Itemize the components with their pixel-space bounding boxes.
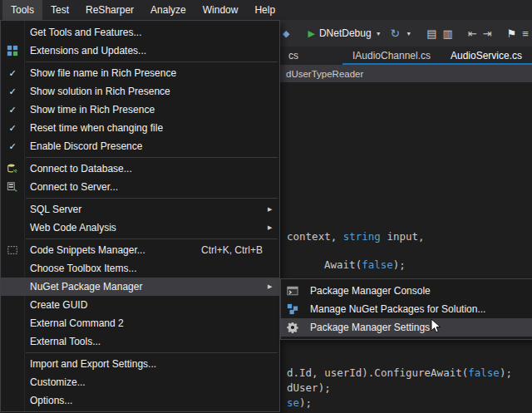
menu-separator (26, 157, 278, 158)
outdent-icon[interactable]: ⇤ (468, 28, 477, 39)
comment-lines-icon[interactable]: ≡ (522, 28, 529, 39)
menu-item-get-tools-and-features[interactable]: Get Tools and Features... (1, 23, 279, 42)
menu-item-enable-discord-presence[interactable]: ✓Enable Discord Presence (1, 137, 279, 155)
check-icon: ✓ (8, 86, 16, 97)
menu-item-label: Create GUID (24, 299, 268, 311)
code-segment: input, (381, 230, 425, 243)
menubar-item-tools[interactable]: Tools (2, 0, 42, 20)
chevron-down-icon: ▼ (376, 31, 382, 37)
menu-item-label: SQL Server (24, 204, 268, 215)
menu-item-package-manager-settings[interactable]: Package Manager Settings (281, 318, 532, 337)
menu-item-label: Package Manager Settings (304, 322, 532, 333)
menu-item-manage-nuget-packages-for-solution[interactable]: Manage NuGet Packages for Solution... (281, 300, 532, 318)
tab-audioservice-cs[interactable]: AudioService.cs (441, 47, 532, 65)
db-connect-icon (7, 163, 18, 175)
indent-icon[interactable]: ⇥ (483, 28, 492, 39)
menubar-item-window[interactable]: Window (195, 0, 247, 20)
menu-item-label: Package Manager Console (304, 285, 532, 297)
refresh-icon[interactable]: ↻ (391, 27, 401, 39)
submenu-arrow-icon: ▶ (268, 206, 279, 213)
code-segment: dUser); (287, 381, 331, 394)
menu-separator (26, 352, 278, 353)
menu-item-label: Web Code Analysis (24, 222, 268, 234)
menu-item-label: Extensions and Updates... (24, 45, 268, 57)
menu-item-label: NuGet Package Manager (24, 281, 268, 293)
menu-item-label: Import and Export Settings... (24, 358, 268, 370)
tab-cs[interactable]: cs (282, 47, 342, 65)
tab-iaudiochannel-cs[interactable]: IAudioChannel.cs (342, 47, 441, 65)
menu-item-label: Show file name in Rich Presence (24, 67, 268, 79)
console-icon (281, 285, 304, 297)
chevron-down-icon[interactable]: ▼ (406, 31, 411, 37)
menu-item-show-time-in-rich-presence[interactable]: ✓Show time in Rich Presence (1, 101, 279, 119)
menu-item-options[interactable]: Options... (1, 391, 279, 410)
menu-item-external-command-2[interactable]: External Command 2 (1, 314, 279, 332)
menu-item-label: Options... (24, 395, 268, 406)
menu-item-package-manager-console[interactable]: Package Manager Console (281, 282, 532, 300)
menu-item-show-file-name-in-rich-presence[interactable]: ✓Show file name in Rich Presence (1, 64, 279, 82)
menubar-item-help[interactable]: Help (246, 0, 283, 20)
menu-item-label: Get Tools and Features... (24, 27, 268, 38)
menu-item-connect-to-database[interactable]: Connect to Database... (1, 160, 279, 178)
menu-item-code-snippets-manager[interactable]: Code Snippets Manager...Ctrl+K, Ctrl+B (1, 241, 279, 259)
menu-item-label: Manage NuGet Packages for Solution... (304, 303, 532, 315)
gear-icon (287, 322, 298, 333)
bookmark-icon[interactable]: ⚑ (507, 28, 517, 39)
snippets-icon (1, 244, 24, 256)
code-line: dUser); (287, 381, 331, 394)
check-icon: ✓ (1, 123, 24, 134)
menu-item-choose-toolbox-items[interactable]: Choose Toolbox Items... (1, 259, 279, 278)
code-segment: se (287, 396, 299, 409)
menu-item-sql-server[interactable]: SQL Server▶ (1, 200, 279, 219)
code-segment: ); (393, 258, 406, 271)
menu-separator (26, 238, 278, 239)
menubar-item-test[interactable]: Test (42, 0, 77, 20)
code-segment: context, (287, 230, 343, 243)
menu-separator (26, 198, 278, 199)
menu-item-create-guid[interactable]: Create GUID (1, 296, 279, 314)
check-icon: ✓ (1, 141, 24, 152)
nuget-solution-icon (281, 303, 304, 315)
check-icon: ✓ (1, 86, 24, 97)
columns-icon[interactable]: ▥ (443, 28, 453, 39)
db-connect-icon (1, 163, 24, 175)
submenu-arrow-icon: ▶ (268, 283, 279, 290)
menu-item-import-and-export-settings[interactable]: Import and Export Settings... (1, 355, 279, 373)
menu-item-connect-to-server[interactable]: Connect to Server... (1, 178, 279, 196)
code-segment: false (362, 258, 393, 271)
menu-item-label: External Command 2 (24, 317, 268, 329)
symbol-icon[interactable]: ◆ (283, 29, 289, 38)
nuget-submenu: Package Manager ConsoleManage NuGet Pack… (280, 278, 532, 340)
tools-menu: Get Tools and Features...Extensions and … (0, 20, 280, 412)
menu-item-customize[interactable]: Customize... (1, 373, 279, 391)
snippets-icon (7, 244, 18, 256)
menu-item-label: Reset time when changing file (24, 122, 268, 134)
start-debug-button[interactable]: ▶DNetDebug▼ (304, 26, 384, 41)
menu-item-show-solution-in-rich-presence[interactable]: ✓Show solution in Rich Presence (1, 82, 279, 101)
server-connect-icon (1, 181, 24, 193)
code-segment: ); (500, 366, 512, 379)
code-line: se); (287, 396, 312, 409)
code-line: context, string input, (287, 230, 425, 243)
menu-item-label: Enable Discord Presence (24, 140, 268, 152)
menu-item-reset-time-when-changing-file[interactable]: ✓Reset time when changing file (1, 119, 279, 137)
check-icon: ✓ (8, 105, 16, 116)
menu-item-web-code-analysis[interactable]: Web Code Analysis▶ (1, 219, 279, 237)
menu-item-label: Show solution in Rich Presence (24, 86, 268, 97)
menu-item-shortcut: Ctrl+K, Ctrl+B (201, 244, 263, 256)
menu-item-external-tools[interactable]: External Tools... (1, 332, 279, 351)
menubar-item-analyze[interactable]: Analyze (142, 0, 195, 20)
menu-item-label: Connect to Database... (24, 163, 268, 175)
menu-item-nuget-package-manager[interactable]: NuGet Package Manager▶ (1, 278, 279, 296)
new-item-icon[interactable]: ▤ (426, 28, 436, 39)
menu-item-label: Choose Toolbox Items... (24, 263, 268, 274)
submenu-arrow-icon: ▶ (268, 224, 279, 231)
menu-item-extensions-and-updates[interactable]: Extensions and Updates... (1, 42, 279, 60)
menubar-item-resharper[interactable]: ReSharper (77, 0, 142, 20)
check-icon: ✓ (1, 68, 24, 79)
menu-separator (26, 61, 278, 62)
play-icon: ▶ (308, 28, 314, 39)
menu-item-label: External Tools... (24, 336, 268, 347)
code-segment: ); (299, 396, 312, 409)
check-icon: ✓ (8, 141, 16, 152)
